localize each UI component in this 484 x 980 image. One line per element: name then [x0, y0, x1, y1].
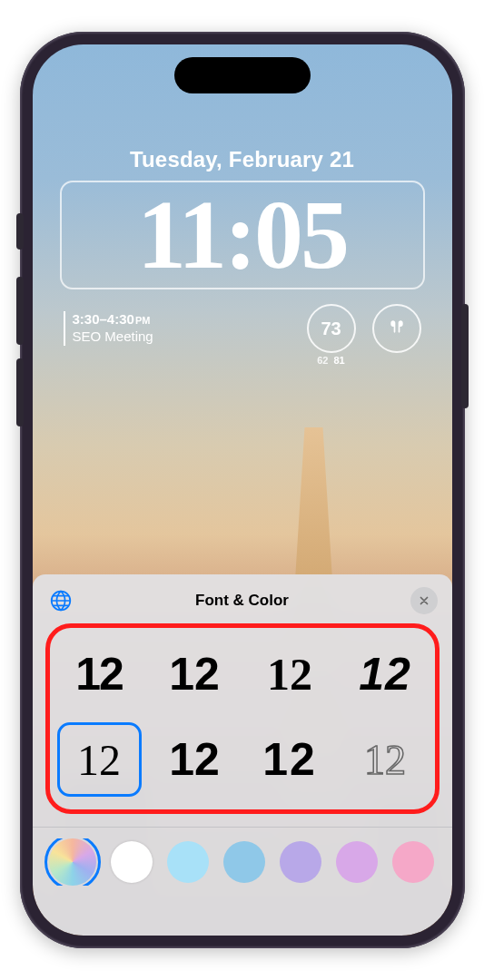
calendar-time-range: 3:30–4:30: [73, 311, 134, 327]
font-grid-highlight: 12 12 12 12 12 12 12 12: [45, 623, 440, 814]
color-swatch-purple[interactable]: [336, 841, 378, 883]
color-swatch-light-blue[interactable]: [167, 841, 209, 883]
screen: Tuesday, February 21 11:05 3:30–4:30PM S…: [33, 44, 452, 936]
close-icon: [418, 594, 430, 607]
color-row[interactable]: [44, 838, 441, 886]
weather-temp: 73: [321, 318, 341, 339]
calendar-ampm: PM: [135, 315, 151, 326]
power-button: [461, 304, 469, 408]
font-option-stencil[interactable]: 12: [343, 637, 428, 711]
dynamic-island: [174, 57, 311, 93]
color-swatch-pink[interactable]: [392, 841, 434, 883]
weather-high: 81: [334, 355, 345, 366]
font-option-sf-rounded[interactable]: 12: [153, 637, 237, 711]
lockscreen-time: 11:05: [137, 186, 347, 284]
font-color-sheet: Font & Color 12 12 12 12 12 12 12 12: [33, 574, 452, 936]
globe-icon: [49, 589, 73, 612]
lockscreen-clock-editable[interactable]: 11:05: [60, 181, 425, 289]
weather-widget[interactable]: 73 62 81: [307, 304, 356, 353]
font-grid: 12 12 12 12 12 12 12 12: [57, 637, 428, 797]
lockscreen-date[interactable]: Tuesday, February 21: [33, 147, 452, 172]
color-swatch-white[interactable]: [111, 841, 153, 883]
language-button[interactable]: [47, 587, 74, 614]
font-option-black[interactable]: 12: [153, 722, 237, 797]
lockscreen-widgets-row[interactable]: 3:30–4:30PM SEO Meeting 73 62 81: [64, 304, 421, 353]
airpods-icon: [388, 318, 406, 340]
font-option-spaced[interactable]: 12: [248, 722, 332, 797]
font-option-ny-bold[interactable]: 12: [248, 637, 332, 711]
sheet-divider: [33, 827, 452, 828]
color-swatch-medium-blue[interactable]: [223, 841, 265, 883]
font-option-outline[interactable]: 12: [343, 722, 428, 797]
airpods-widget[interactable]: [372, 304, 421, 353]
volume-down-button: [16, 358, 24, 426]
calendar-event-title: SEO Meeting: [73, 328, 153, 346]
color-swatch-rainbow[interactable]: [49, 838, 96, 886]
sheet-header: Font & Color: [44, 585, 441, 623]
color-swatch-lavender[interactable]: [280, 841, 321, 883]
font-option-sf-bold[interactable]: 12: [57, 637, 142, 711]
volume-up-button: [16, 277, 24, 345]
silence-switch: [16, 213, 24, 250]
sheet-title: Font & Color: [33, 592, 452, 610]
phone-frame: Tuesday, February 21 11:05 3:30–4:30PM S…: [20, 32, 465, 948]
close-button[interactable]: [410, 587, 438, 614]
weather-low: 62: [317, 355, 328, 366]
font-option-ny-serif[interactable]: 12: [57, 722, 142, 797]
calendar-widget[interactable]: 3:30–4:30PM SEO Meeting: [64, 311, 153, 346]
